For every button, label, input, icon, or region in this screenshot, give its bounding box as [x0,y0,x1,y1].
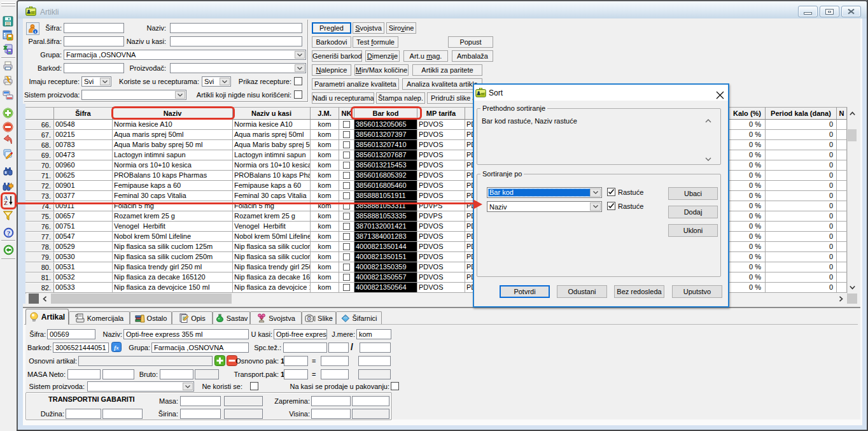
svg-text:?: ? [7,229,11,237]
svg-text:fx: fx [114,344,119,351]
